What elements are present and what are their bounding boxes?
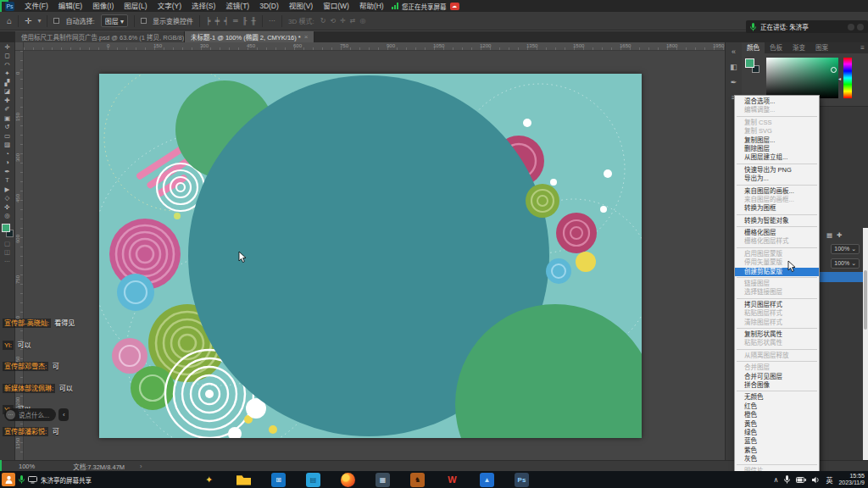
context-menu-item[interactable]: 停用矢量蒙版 bbox=[735, 258, 819, 267]
calculator-icon[interactable]: ▦ bbox=[376, 473, 390, 487]
tray-expand-icon[interactable]: ∧ bbox=[774, 476, 779, 484]
chat-input[interactable]: ··· 说点什么... bbox=[4, 408, 56, 421]
eraser-tool-icon[interactable]: ▭ bbox=[1, 131, 14, 141]
context-menu-item[interactable] bbox=[737, 226, 817, 228]
context-menu-item[interactable]: 粘贴形状属性 bbox=[735, 339, 819, 347]
menu-item[interactable]: 图层(L) bbox=[119, 0, 152, 12]
context-menu-item[interactable] bbox=[737, 298, 817, 300]
align-right-icon[interactable]: ╡ bbox=[224, 17, 229, 25]
overlay-buttons[interactable] bbox=[848, 24, 864, 30]
3d-slide-icon[interactable]: ⇄ bbox=[350, 17, 356, 25]
screen-mode-icon[interactable]: ⋯ bbox=[1, 257, 14, 266]
hand-tool-icon[interactable]: ✜ bbox=[1, 202, 14, 212]
context-menu-item[interactable]: 无颜色 bbox=[735, 393, 819, 402]
context-menu-item[interactable]: 栅格化图层 bbox=[735, 229, 819, 237]
context-menu-item[interactable]: 复制形状属性 bbox=[735, 330, 819, 339]
zoom-level-field[interactable]: 100% bbox=[19, 463, 35, 470]
3d-drag-icon[interactable]: ✛ bbox=[340, 17, 346, 25]
canvas-area[interactable]: 0150300450600750900105012001350150016501… bbox=[15, 42, 725, 460]
context-menu-item[interactable] bbox=[737, 328, 817, 330]
menu-item[interactable]: 3D(D) bbox=[254, 0, 284, 12]
context-menu-item[interactable]: 来自图层的画板... bbox=[735, 187, 819, 196]
opacity-dropdown[interactable]: 100% ⌄ bbox=[831, 244, 860, 254]
context-menu-item[interactable]: 复制图层... bbox=[735, 136, 819, 145]
context-menu-item[interactable]: 编辑调整... bbox=[735, 106, 819, 114]
context-menu-item[interactable]: 合并可见图层 bbox=[735, 373, 819, 381]
context-menu-item[interactable]: 链接图层 bbox=[735, 280, 819, 288]
align-left-icon[interactable]: ╞ bbox=[206, 17, 211, 25]
auto-select-dropdown[interactable]: 图层 ▾ bbox=[101, 14, 128, 27]
context-menu-item[interactable]: 栅格化图层样式 bbox=[735, 237, 819, 246]
context-menu-item[interactable] bbox=[737, 277, 817, 279]
wps-icon[interactable]: W bbox=[445, 473, 459, 487]
menu-item[interactable]: 文件(F) bbox=[19, 0, 53, 12]
menu-item[interactable]: 编辑(E) bbox=[53, 0, 87, 12]
zoom-tool-icon[interactable]: ◎ bbox=[1, 212, 14, 221]
store-icon[interactable]: ⊞ bbox=[271, 473, 286, 487]
context-menu-item[interactable]: 紫色 bbox=[735, 446, 819, 455]
search-highlights-icon[interactable]: ✦ bbox=[202, 473, 216, 487]
brush-tool-icon[interactable]: ✐ bbox=[1, 105, 14, 114]
context-menu-item[interactable] bbox=[737, 247, 817, 249]
game-app-icon[interactable]: ♞ bbox=[410, 473, 425, 487]
context-menu-item[interactable]: 拼合图像 bbox=[735, 381, 819, 390]
context-menu-item[interactable] bbox=[737, 361, 817, 363]
foreground-color-swatch[interactable] bbox=[745, 58, 754, 68]
context-menu-item[interactable]: 快速导出为 PNG bbox=[735, 166, 819, 175]
status-chevron-icon[interactable]: › bbox=[140, 463, 142, 470]
context-menu-item[interactable]: 红色 bbox=[735, 402, 819, 411]
context-menu-item[interactable] bbox=[737, 349, 817, 351]
menu-item[interactable]: 窗口(W) bbox=[318, 0, 354, 12]
context-menu-item[interactable]: 从图层建立组... bbox=[735, 153, 819, 162]
context-menu-item[interactable]: 粘贴图层样式 bbox=[735, 309, 819, 318]
context-menu-item[interactable]: 从隔离图层释放 bbox=[735, 352, 819, 360]
menu-item[interactable]: 文字(Y) bbox=[153, 0, 186, 12]
panel-tab[interactable]: 图案 bbox=[810, 42, 833, 53]
hue-slider[interactable] bbox=[843, 58, 852, 98]
3d-roll-icon[interactable]: ⟲ bbox=[330, 17, 336, 25]
panel-menu-icon[interactable]: ≡ bbox=[860, 44, 865, 52]
context-menu-item[interactable]: 合并图层 bbox=[735, 363, 819, 372]
chevron-down-icon[interactable]: ▾ bbox=[37, 17, 41, 25]
move-tool-icon[interactable]: ✛ bbox=[25, 16, 31, 25]
input-language-indicator[interactable]: 英 bbox=[826, 475, 832, 485]
context-menu-item[interactable]: 混合选项... bbox=[735, 97, 819, 106]
panel-tab[interactable]: 颜色 bbox=[742, 42, 765, 53]
close-tab-icon[interactable]: × bbox=[304, 33, 309, 41]
path-select-tool-icon[interactable]: ▶ bbox=[1, 185, 14, 194]
edit-toolbar-icon[interactable]: ▢ bbox=[1, 239, 14, 248]
panel-tab[interactable]: 色板 bbox=[765, 42, 787, 53]
battery-icon[interactable] bbox=[796, 477, 806, 483]
adjustments-panel-icon[interactable]: ✒ bbox=[731, 78, 737, 86]
context-menu-item[interactable]: 来自图层的画框... bbox=[735, 196, 819, 204]
context-menu-item[interactable] bbox=[737, 185, 817, 186]
panel-scrollbar[interactable] bbox=[863, 228, 868, 488]
clone-stamp-tool-icon[interactable]: ▣ bbox=[1, 114, 14, 123]
context-menu-item[interactable]: 复制 SVG bbox=[735, 127, 819, 136]
document-tab[interactable]: 使用标尺工具制作网页广告.psd @ 63.6% (1 拷贝, RGB/8) *… bbox=[15, 31, 185, 42]
distribute-h-icon[interactable]: ╟ bbox=[242, 17, 248, 25]
quick-mask-icon[interactable]: ◫ bbox=[1, 248, 14, 258]
lock-all-icon[interactable]: ✚ bbox=[837, 231, 842, 239]
chat-collapse-button[interactable]: ‹ bbox=[58, 408, 69, 421]
gallery-app-icon[interactable]: ▲ bbox=[480, 473, 494, 487]
context-menu-item[interactable]: 选择链接图层 bbox=[735, 288, 819, 297]
blur-tool-icon[interactable]: ◔ bbox=[1, 149, 14, 158]
menu-item[interactable]: 选择(S) bbox=[186, 0, 220, 12]
context-menu-item[interactable]: 删除图层 bbox=[735, 145, 819, 153]
firefox-icon[interactable] bbox=[341, 473, 355, 487]
shape-tool-icon[interactable]: ◇ bbox=[1, 194, 14, 203]
eyedropper-tool-icon[interactable]: ◪ bbox=[1, 87, 14, 97]
briefcase-app-icon[interactable]: ▤ bbox=[306, 473, 320, 487]
pen-tool-icon[interactable]: ✒ bbox=[1, 167, 14, 176]
menu-item[interactable]: 图像(I) bbox=[87, 0, 119, 12]
context-menu-item[interactable] bbox=[737, 214, 817, 216]
context-menu-item[interactable]: 复制 CSS bbox=[735, 119, 819, 127]
more-options-icon[interactable]: ··· bbox=[269, 17, 275, 25]
properties-panel-icon[interactable]: ◧ bbox=[730, 63, 737, 71]
home-icon[interactable]: ⌂ bbox=[7, 16, 12, 25]
context-menu-item[interactable]: 灰色 bbox=[735, 455, 819, 463]
context-menu-item[interactable]: 创建剪贴蒙版 bbox=[735, 268, 819, 276]
context-menu-item[interactable]: 启用图层蒙版 bbox=[735, 250, 819, 258]
context-menu-item[interactable]: 蓝色 bbox=[735, 437, 819, 446]
